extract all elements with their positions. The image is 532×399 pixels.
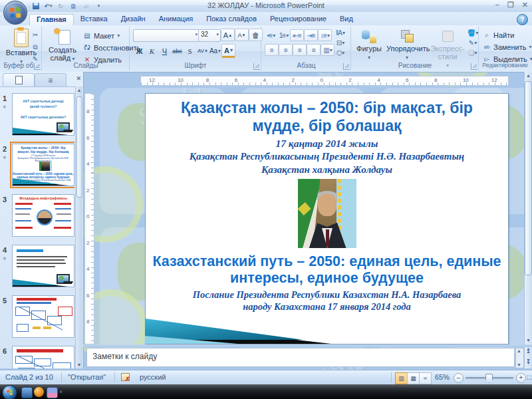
status-language[interactable]: русский [140,373,166,381]
ribbon-tab-5[interactable]: Показ слайдов [200,14,263,26]
ribbon-tab-2[interactable]: Вставка [74,14,114,26]
shrink-font-button[interactable]: А▼ [235,29,249,41]
slideshow-icon[interactable]: 🕾 [419,372,432,384]
italic-button[interactable]: К [146,45,158,57]
slide-sorter-icon[interactable]: ▦ [407,372,420,384]
new-slide-button[interactable]: ✹ Создать слайд ▾ [45,28,80,63]
slide-thumbnail-1[interactable]: АКТ сауаттылық дегенді қалай түсінесіз?А… [12,93,74,136]
quicklaunch-expand-icon[interactable]: › [60,388,62,395]
redo-icon[interactable]: ↻ [56,2,66,11]
slide-thumbnail-6[interactable] [12,346,74,368]
ribbon-tab-7[interactable]: Вид [333,14,360,26]
align-left-icon[interactable]: ≡ [265,44,279,56]
tab-outline[interactable]: ≣ [35,73,66,86]
slide-title-kz[interactable]: Қазақстан жолы – 2050: бір мақсат, бір м… [146,99,508,134]
bold-button[interactable]: Ж [133,45,146,57]
ribbon-tab-3[interactable]: Дизайн [114,14,152,26]
strikethrough-button[interactable]: abc [171,45,184,57]
shape-outline-icon[interactable]: ✎ [466,38,479,47]
normal-view-icon[interactable]: ▥ [395,372,408,384]
notes-splitter[interactable] [83,344,532,347]
ribbon-tab-4[interactable]: Анимация [152,14,200,26]
font-dialog-launcher[interactable]: ◿ [253,63,260,70]
quicklaunch-icon-1[interactable] [21,387,33,398]
horizontal-ruler[interactable]: 12108642024681012 [140,76,509,86]
text-direction-icon[interactable]: ǁA [334,28,346,37]
cut-icon[interactable]: ✂ [31,29,40,41]
font-size-combo[interactable]: 32 [198,29,221,42]
clipboard-dialog-launcher[interactable]: ◿ [34,63,41,70]
slide-line1-ru[interactable]: Послание Президента Республики Казахстан… [146,289,508,301]
character-spacing-button[interactable]: AV [196,45,209,57]
panel-scrollbar[interactable]: ▲ ▼ [75,86,82,368]
layout-button[interactable]: ▤Макет [82,30,120,41]
increase-indent-icon[interactable]: ⇥≡ [304,29,318,41]
arrange-button[interactable]: Упорядочить▾ [386,28,428,62]
restore-button[interactable]: ❐ [507,1,514,9]
shape-fill-icon[interactable]: 🪣 [466,28,479,37]
save-icon[interactable] [31,2,41,11]
minimize-button[interactable]: – [495,1,499,9]
slide-title-ru[interactable]: Казахстанский путь – 2050: единая цель, … [146,253,508,287]
fit-to-window-icon[interactable]: ⛶ [527,372,531,383]
columns-icon[interactable]: ▥ [321,44,334,56]
convert-smartart-icon[interactable]: ⬡ [334,48,346,57]
text-shadow-button[interactable]: S [184,45,196,57]
find-button[interactable]: ⌕Найти [482,29,514,41]
customize-qat-icon[interactable]: ▾ [94,2,104,11]
decrease-indent-icon[interactable]: ⇤≡ [290,29,304,41]
quicklaunch-icon-3[interactable] [47,387,58,398]
paragraph-dialog-launcher[interactable]: ◿ [343,63,350,70]
undo-icon[interactable]: ↶▾ [43,2,53,11]
font-color-button[interactable]: А [221,44,235,58]
slide-thumbnail-5[interactable] [12,295,74,338]
notes-input[interactable]: Заметки к слайду [86,348,515,367]
align-text-icon[interactable]: ⊟ [334,38,346,47]
shape-effects-icon[interactable]: ❏ [466,48,479,57]
notes-scrollbar[interactable]: ▲ ▼ [515,348,524,368]
slide-line2-kz[interactable]: Қазақстан Республикасының Президенті Н.Ә… [146,151,508,162]
vertical-ruler[interactable]: 864202468 [84,93,94,344]
help-icon[interactable]: ? [517,14,528,25]
zoom-out-icon[interactable]: – [454,373,464,383]
align-center-icon[interactable]: ≡ [279,44,293,56]
grow-font-button[interactable]: А▲ [221,29,235,41]
slide-thumbnail-2[interactable]: Қазақстан жолы – 2050: бір мақсат, бір м… [12,144,74,186]
align-right-icon[interactable]: ≡ [293,44,307,56]
panel-scroll-thumb[interactable] [76,96,82,198]
line-spacing-icon[interactable]: ↕≡ [318,29,332,41]
president-photo[interactable] [298,179,356,248]
close-button[interactable]: ✕ [522,1,528,9]
bullets-icon[interactable]: •≡ [265,30,277,41]
slide-line3-kz[interactable]: Қазақстан халқына Жолдауы [146,164,508,176]
slide-line2-ru[interactable]: народу Казахстана 17 января 2014 года [146,301,508,313]
replace-button[interactable]: abЗаменить [482,41,531,53]
slide-canvas[interactable]: Қазақстан жолы – 2050: бір мақсат, бір м… [145,93,509,344]
zoom-slider-thumb[interactable] [485,374,493,383]
format-painter-qat-icon[interactable]: ▱ [81,2,91,11]
office-button[interactable] [3,1,27,25]
print-preview-icon[interactable]: 🗎 [68,2,78,11]
slide-thumbnail-3[interactable]: Жолдаудың инфографикасы [12,194,74,237]
zoom-level[interactable]: 65% [435,373,450,381]
quicklaunch-icon-2[interactable] [34,387,44,397]
slide-date-kz[interactable]: 17 қаңтар 2014 жылы [146,138,508,150]
editor-scroll-thumb[interactable] [525,81,532,275]
panel-close-icon[interactable]: ✕ [76,75,81,82]
status-slide-counter[interactable]: Слайд 2 из 10 [5,373,53,381]
copy-icon[interactable]: ⧉ [31,41,40,53]
font-name-combo[interactable] [133,29,200,42]
change-case-button[interactable]: Aa [209,45,221,57]
slide-thumbnail-4[interactable] [12,245,74,287]
ribbon-tab-6[interactable]: Рецензирование [263,14,333,26]
shapes-button[interactable]: Фигуры▾ [354,28,384,62]
clear-formatting-button[interactable]: 🗑 [249,29,263,41]
zoom-slider[interactable] [466,377,513,379]
zoom-in-icon[interactable]: + [516,373,526,383]
numbering-icon[interactable]: 1≡ [277,30,290,41]
tab-slides[interactable] [3,73,35,86]
drawing-dialog-launcher[interactable]: ◿ [471,63,477,70]
justify-icon[interactable]: ≡ [307,44,321,56]
start-button[interactable] [2,385,17,399]
spellcheck-icon[interactable]: ✗ [121,373,132,382]
